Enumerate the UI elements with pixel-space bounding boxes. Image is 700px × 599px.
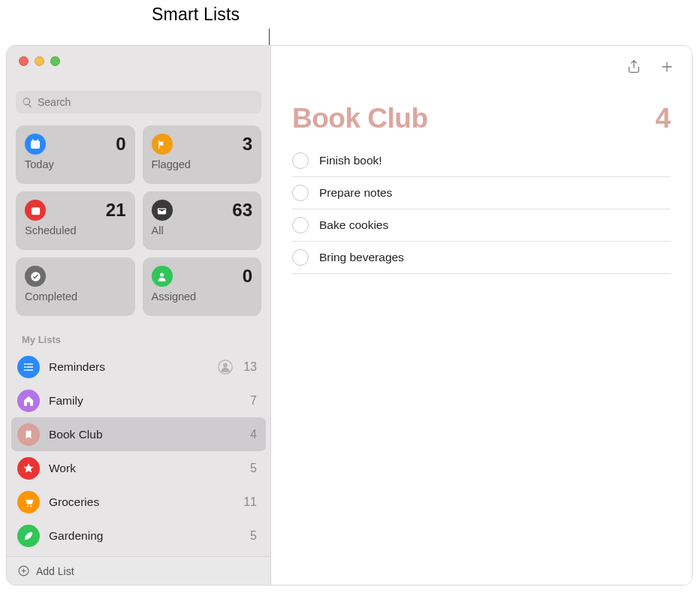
svg-rect-0 xyxy=(31,140,40,149)
star-icon xyxy=(17,457,40,480)
zoom-window-button[interactable] xyxy=(50,56,60,66)
bookmark-icon xyxy=(17,423,40,446)
reminder-complete-toggle[interactable] xyxy=(292,217,309,233)
reminder-complete-toggle[interactable] xyxy=(292,185,309,201)
list-row-book-club[interactable]: Book Club4 xyxy=(11,417,266,451)
list-name: Gardening xyxy=(49,529,241,543)
svg-rect-1 xyxy=(32,139,33,141)
smart-scheduled-count: 21 xyxy=(106,200,126,221)
my-lists-header: My Lists xyxy=(7,321,270,350)
list-row-gardening[interactable]: Gardening5 xyxy=(11,519,266,552)
cart-icon xyxy=(17,491,40,513)
reminder-item[interactable]: Finish book! xyxy=(292,145,671,176)
list-count: 11 xyxy=(243,495,257,509)
list-row-reminders[interactable]: Reminders13 xyxy=(11,350,266,384)
svg-point-9 xyxy=(30,505,32,507)
main-pane: Book Club 4 Finish book!Prepare notesBak… xyxy=(271,46,692,585)
home-icon xyxy=(17,390,40,412)
search-field[interactable] xyxy=(16,91,261,113)
close-window-button[interactable] xyxy=(19,56,29,66)
smart-flagged-label: Flagged xyxy=(152,158,253,170)
calendar-today-icon xyxy=(25,134,46,155)
callout-smart-lists-label: Smart Lists xyxy=(152,5,240,25)
list-row-groceries[interactable]: Groceries11 xyxy=(11,485,266,519)
add-reminder-icon[interactable] xyxy=(659,59,675,75)
leaf-icon xyxy=(17,525,40,547)
my-lists: Reminders13Family7Book Club4Work5Groceri… xyxy=(7,350,270,556)
list-name: Groceries xyxy=(49,495,234,509)
inbox-icon xyxy=(152,200,173,221)
list-count: 5 xyxy=(250,462,257,475)
smart-today-count: 0 xyxy=(116,134,125,155)
smart-list-today[interactable]: 0 Today xyxy=(16,125,135,184)
svg-point-8 xyxy=(27,505,29,507)
svg-rect-2 xyxy=(38,139,38,141)
reminder-item[interactable]: Bring beverages xyxy=(292,241,671,274)
shared-icon xyxy=(218,360,233,375)
reminder-text: Bring beverages xyxy=(319,251,404,264)
smart-all-count: 63 xyxy=(232,200,252,221)
reminder-text: Bake cookies xyxy=(319,218,388,232)
smart-list-completed[interactable]: Completed xyxy=(16,257,135,316)
person-icon xyxy=(152,266,173,287)
search-icon xyxy=(22,97,33,108)
reminder-complete-toggle[interactable] xyxy=(292,249,309,266)
reminder-text: Prepare notes xyxy=(319,186,392,200)
smart-list-scheduled[interactable]: 21 Scheduled xyxy=(16,191,135,250)
minimize-window-button[interactable] xyxy=(35,56,44,66)
sidebar-footer: Add List xyxy=(7,556,270,585)
smart-assigned-label: Assigned xyxy=(152,290,253,303)
smart-flagged-count: 3 xyxy=(243,134,252,155)
list-title: Book Club xyxy=(292,103,427,134)
svg-point-6 xyxy=(223,363,228,367)
reminder-text: Finish book! xyxy=(319,154,382,167)
list-count: 4 xyxy=(250,428,257,441)
share-icon[interactable] xyxy=(626,59,642,75)
title-row: Book Club 4 xyxy=(271,82,692,139)
reminder-item[interactable]: Bake cookies xyxy=(292,209,671,241)
list-count: 5 xyxy=(250,529,257,543)
list-count: 4 xyxy=(655,103,671,134)
smart-list-all[interactable]: 63 All xyxy=(143,191,262,250)
plus-circle-icon xyxy=(17,564,30,577)
reminder-complete-toggle[interactable] xyxy=(292,152,309,169)
list-name: Work xyxy=(49,462,241,475)
svg-rect-3 xyxy=(31,207,39,215)
list-count: 13 xyxy=(243,360,257,374)
smart-lists-grid: 0 Today 3 Flagged 21 xyxy=(7,121,270,321)
list-row-family[interactable]: Family7 xyxy=(11,384,266,417)
list-name: Reminders xyxy=(49,360,209,374)
list-icon xyxy=(17,356,40,378)
add-list-button[interactable]: Add List xyxy=(36,565,74,577)
sidebar: 0 Today 3 Flagged 21 xyxy=(7,46,271,585)
smart-all-label: All xyxy=(152,224,253,236)
window-controls xyxy=(7,46,270,76)
reminder-item[interactable]: Prepare notes xyxy=(292,176,671,209)
list-name: Book Club xyxy=(49,428,241,441)
check-icon xyxy=(25,266,46,287)
smart-scheduled-label: Scheduled xyxy=(25,224,126,236)
smart-completed-label: Completed xyxy=(25,290,126,303)
search-input[interactable] xyxy=(38,96,255,108)
reminders-window: 0 Today 3 Flagged 21 xyxy=(6,45,692,585)
list-count: 7 xyxy=(250,394,257,408)
svg-point-5 xyxy=(160,272,164,276)
toolbar xyxy=(271,46,692,82)
list-row-work[interactable]: Work5 xyxy=(11,451,266,485)
smart-list-assigned[interactable]: 0 Assigned xyxy=(143,257,262,316)
smart-list-flagged[interactable]: 3 Flagged xyxy=(143,125,262,184)
smart-today-label: Today xyxy=(25,158,126,170)
reminders-items: Finish book!Prepare notesBake cookiesBri… xyxy=(271,139,692,280)
flag-icon xyxy=(152,134,173,155)
smart-assigned-count: 0 xyxy=(243,266,252,287)
calendar-icon xyxy=(25,200,46,221)
list-name: Family xyxy=(49,394,241,408)
